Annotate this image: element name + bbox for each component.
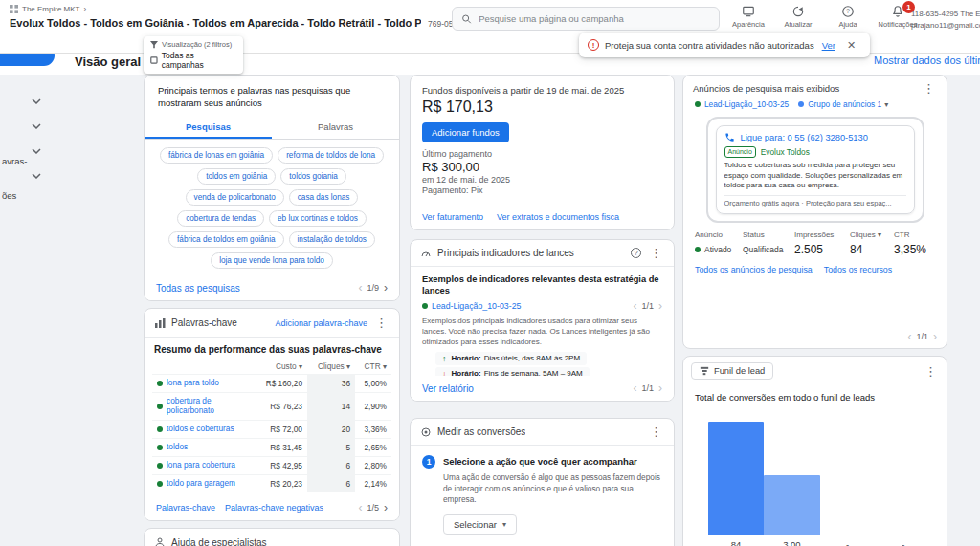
page-next-icon[interactable]: › bbox=[384, 502, 388, 513]
column-header-ctr[interactable]: CTR ▾ bbox=[355, 359, 391, 374]
page-title: Visão geral bbox=[75, 55, 141, 69]
keyword-link[interactable]: toldos e coberturas bbox=[152, 420, 252, 438]
search-input[interactable] bbox=[479, 13, 710, 24]
search-term-chip[interactable]: venda de policarbonato bbox=[186, 189, 284, 206]
negative-keywords-link[interactable]: Palavras-chave negativas bbox=[225, 503, 323, 513]
column-header[interactable]: CTR bbox=[894, 230, 935, 239]
refresh-button[interactable]: Atualizar bbox=[779, 5, 817, 29]
sidebar-item-settings[interactable]: ões bbox=[2, 190, 16, 201]
keyword-link[interactable]: lona para toldo bbox=[152, 374, 252, 392]
page-next-icon[interactable]: › bbox=[658, 300, 662, 312]
svg-text:?: ? bbox=[846, 8, 850, 14]
page-prev-icon[interactable]: ‹ bbox=[633, 382, 636, 394]
search-term-chip[interactable]: fábrica de toldos em goiânia bbox=[168, 231, 283, 248]
column-header[interactable]: Status bbox=[743, 230, 794, 239]
funnel-bar-1[interactable] bbox=[708, 422, 764, 535]
legend-ad-group[interactable]: Grupo de anúncios 1 ▾ bbox=[798, 99, 888, 109]
page-next-icon[interactable]: › bbox=[658, 382, 662, 394]
search-term-chip[interactable]: casa das lonas bbox=[289, 189, 359, 206]
toolbar-actions: Aparência Atualizar ? Ajuda Notificações… bbox=[729, 5, 917, 29]
date-range-link[interactable]: Mostrar dados dos últimos 30 bbox=[874, 55, 980, 66]
page-next-icon[interactable]: › bbox=[933, 331, 937, 342]
keyword-ctr: 2,65% bbox=[355, 438, 391, 456]
page-prev-icon[interactable]: ‹ bbox=[358, 282, 362, 294]
global-search[interactable] bbox=[452, 7, 720, 31]
ad-status: Ativado bbox=[695, 241, 743, 254]
user-info[interactable]: 118-635-4295 The Empire MK ptrajano11@gm… bbox=[911, 9, 980, 33]
column-header-custo[interactable]: Custo ▾ bbox=[252, 359, 307, 374]
keyword-ctr: 3,36% bbox=[355, 420, 391, 438]
all-searches-link[interactable]: Todas as pesquisas bbox=[156, 283, 240, 294]
search-term-chip[interactable]: reforma de toldos de lona bbox=[278, 147, 384, 164]
keyword-link[interactable]: toldos bbox=[152, 438, 252, 456]
tab-pesquisas[interactable]: Pesquisas bbox=[145, 116, 272, 139]
all-search-ads-link[interactable]: Todos os anúncios de pesquisa bbox=[695, 265, 813, 274]
expert-help-card: Ajuda de especialistas bbox=[144, 528, 400, 546]
account-title[interactable]: Evolux Toldos - Toldos em Goiânia - Told… bbox=[10, 17, 421, 29]
page-next-icon[interactable]: › bbox=[384, 282, 388, 294]
sidebar-chevron-down-icon[interactable] bbox=[32, 120, 41, 131]
search-term-chip[interactable]: instalação de toldos bbox=[289, 231, 375, 248]
kebab-menu-icon[interactable]: ⋮ bbox=[648, 426, 664, 438]
add-funds-button[interactable]: Adicionar fundos bbox=[422, 122, 509, 142]
statements-link[interactable]: Ver extratos e documentos fisca bbox=[497, 212, 619, 222]
legend-campaign[interactable]: Lead-Ligação_10-03-25 bbox=[695, 99, 789, 109]
column-header[interactable]: Anúncio bbox=[695, 230, 743, 239]
search-term-chip[interactable]: toldos em goiânia bbox=[197, 168, 276, 185]
page-prev-icon[interactable]: ‹ bbox=[907, 331, 911, 342]
keyword-link[interactable]: lona para cobertura bbox=[152, 456, 252, 474]
ad-stats-table: Anúncio Status Impressões Cliques ▾ CTR … bbox=[683, 223, 947, 256]
view-report-link[interactable]: Ver relatório bbox=[422, 383, 474, 394]
status-dot bbox=[157, 381, 163, 386]
search-term-chips: fábrica de lonas em goiânia reforma de t… bbox=[145, 140, 399, 270]
select-conversion-dropdown[interactable]: Selecionar ▾ bbox=[443, 514, 517, 535]
help-circle-icon[interactable]: ? bbox=[631, 248, 641, 258]
alert-close-icon[interactable]: ✕ bbox=[847, 39, 856, 52]
appearance-button[interactable]: Aparência bbox=[729, 5, 768, 29]
all-assets-link[interactable]: Todos os recursos bbox=[824, 265, 892, 274]
account-grid-icon[interactable] bbox=[10, 5, 18, 13]
help-icon: ? bbox=[841, 5, 855, 18]
sidebar-chevron-down-icon[interactable] bbox=[32, 170, 41, 181]
funnel-bar-2[interactable] bbox=[764, 475, 819, 535]
campaign-link[interactable]: Lead-Ligação_10-03-25 bbox=[432, 301, 521, 311]
keyword-cliques: 6 bbox=[307, 474, 355, 492]
column-header[interactable]: Impressões bbox=[794, 230, 850, 239]
breadcrumb[interactable]: The Empire MKT bbox=[22, 5, 79, 13]
search-term-chip[interactable]: loja que vende lona para toldo bbox=[211, 252, 333, 269]
add-keyword-button[interactable]: Adicionar palavra-chave bbox=[275, 318, 368, 328]
bid-signals-headline: Exemplos de indicadores relevantes desta… bbox=[411, 267, 674, 298]
billing-link[interactable]: Ver faturamento bbox=[422, 212, 483, 222]
kebab-menu-icon[interactable]: ⋮ bbox=[373, 317, 390, 329]
search-term-chip[interactable]: toldos goiania bbox=[280, 168, 346, 185]
refresh-icon bbox=[791, 5, 805, 18]
keyword-link[interactable]: toldo para garagem bbox=[152, 474, 252, 492]
google-ads-overview: The Empire MKT › Evolux Toldos - Toldos … bbox=[0, 0, 980, 546]
column-header[interactable]: Cliques ▾ bbox=[850, 230, 894, 239]
keyword-link[interactable]: cobertura de policarbonato bbox=[152, 392, 252, 420]
page-prev-icon[interactable]: ‹ bbox=[358, 502, 362, 513]
breadcrumb-caret-icon: › bbox=[83, 5, 86, 13]
funnel-selector-chip[interactable]: Funil de lead bbox=[691, 362, 773, 380]
top-ads-title: Anúncios de pesquisa mais exibidos bbox=[693, 83, 839, 94]
page-prev-icon[interactable]: ‹ bbox=[633, 300, 636, 312]
search-term-chip[interactable]: eb lux cortinas e toldos bbox=[269, 210, 367, 227]
status-dot bbox=[157, 445, 163, 450]
column-header-cliques[interactable]: Cliques ▾ bbox=[307, 359, 355, 374]
expert-help-icon bbox=[154, 536, 166, 546]
view-filter-chip[interactable]: Visualização (2 filtros) Todas as campan… bbox=[144, 36, 243, 74]
kebab-menu-icon[interactable]: ⋮ bbox=[921, 82, 937, 95]
kebab-menu-icon[interactable]: ⋮ bbox=[648, 247, 664, 259]
search-term-chip[interactable]: cobertura de tendas bbox=[177, 210, 264, 227]
sidebar-chevron-down-icon[interactable] bbox=[32, 96, 41, 106]
help-button[interactable]: ? Ajuda bbox=[829, 5, 867, 29]
search-term-chip[interactable]: fábrica de lonas em goiânia bbox=[160, 147, 273, 164]
keywords-link[interactable]: Palavras-chave bbox=[156, 503, 215, 513]
sidebar-item-keywords[interactable]: avras- bbox=[2, 156, 27, 166]
tab-palavras[interactable]: Palavras bbox=[272, 116, 399, 139]
keywords-chart-icon bbox=[154, 317, 166, 329]
alert-action-link[interactable]: Ver bbox=[822, 40, 835, 51]
sidebar-chevron-down-icon[interactable] bbox=[32, 145, 41, 156]
kebab-menu-icon[interactable]: ⋮ bbox=[923, 365, 939, 378]
search-terms-pager: ‹ 1/9 › bbox=[358, 282, 388, 294]
